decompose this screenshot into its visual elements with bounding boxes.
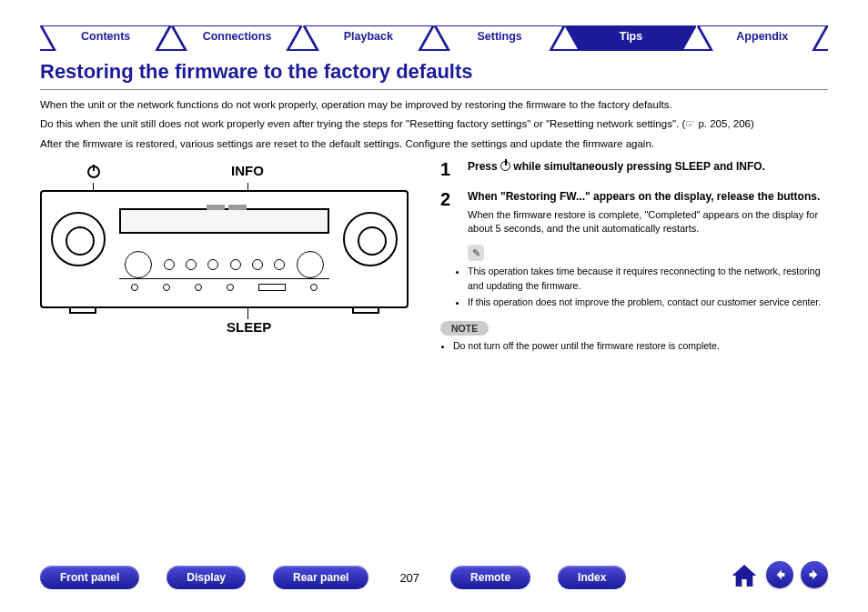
tab-appendix[interactable]: Appendix <box>697 25 828 49</box>
tip-item: If this operation does not improve the p… <box>468 296 828 309</box>
tip-list: This operation takes time because it req… <box>440 265 828 309</box>
top-tabs: Contents Connections Playback Settings T… <box>0 0 868 49</box>
footer-button-front-panel[interactable]: Front panel <box>40 566 139 589</box>
tab-label: Contents <box>81 30 130 43</box>
display-panel <box>119 208 329 234</box>
speaker-icon <box>343 212 398 266</box>
tab-settings[interactable]: Settings <box>434 25 565 49</box>
step-text: When "Restoring FW..." appears on the di… <box>468 189 828 205</box>
tab-contents[interactable]: Contents <box>40 25 171 49</box>
speaker-icon <box>51 212 106 266</box>
step-subtext: When the firmware restore is complete, "… <box>468 208 828 236</box>
tab-tips[interactable]: Tips <box>565 25 696 49</box>
step-2: 2 When "Restoring FW..." appears on the … <box>440 189 828 236</box>
tab-connections[interactable]: Connections <box>171 25 302 49</box>
note-badge: NOTE <box>440 321 489 336</box>
page-number: 207 <box>399 571 419 585</box>
footer-button-index[interactable]: Index <box>558 566 626 589</box>
page-title: Restoring the firmware to the factory de… <box>40 60 828 84</box>
note-list: Do not turn off the power until the firm… <box>440 339 828 353</box>
footer-button-remote[interactable]: Remote <box>450 566 530 589</box>
step-text: Press while simultaneously pressing SLEE… <box>468 159 765 180</box>
tab-label: Appendix <box>736 30 788 43</box>
page-ref-link[interactable]: ☞ p. 205, 206 <box>685 118 751 129</box>
footer-button-display[interactable]: Display <box>167 566 246 589</box>
prev-page-button[interactable] <box>766 561 793 588</box>
diagram-label-info: INFO <box>231 163 264 178</box>
device-front-illustration <box>40 190 409 308</box>
intro-p1: When the unit or the network functions d… <box>40 97 828 113</box>
step-1: 1 Press while simultaneously pressing SL… <box>440 159 828 180</box>
step-number: 2 <box>440 189 457 236</box>
page-footer: Front panel Display Rear panel 207 Remot… <box>0 561 868 594</box>
next-page-button[interactable] <box>801 561 828 588</box>
instructions: 1 Press while simultaneously pressing SL… <box>440 159 828 356</box>
power-icon <box>500 161 510 171</box>
intro-p2: Do this when the unit still does not wor… <box>40 116 828 132</box>
tab-label: Tips <box>620 30 642 43</box>
tip-item: This operation takes time because it req… <box>468 265 828 292</box>
tab-label: Playback <box>344 30 393 43</box>
title-divider <box>40 89 828 90</box>
intro-text: When the unit or the network functions d… <box>40 97 828 152</box>
device-diagram: INFO <box>40 159 422 356</box>
pencil-icon: ✎ <box>468 245 484 261</box>
diagram-label-sleep: SLEEP <box>227 319 271 335</box>
power-icon <box>87 163 100 182</box>
tab-playback[interactable]: Playback <box>303 25 434 49</box>
step-number: 1 <box>440 159 457 180</box>
note-item: Do not turn off the power until the firm… <box>453 339 828 353</box>
footer-button-rear-panel[interactable]: Rear panel <box>273 566 368 589</box>
tab-label: Settings <box>477 30 521 43</box>
home-icon[interactable] <box>730 561 759 594</box>
intro-p3: After the firmware is restored, various … <box>40 136 828 152</box>
tab-label: Connections <box>203 30 272 43</box>
